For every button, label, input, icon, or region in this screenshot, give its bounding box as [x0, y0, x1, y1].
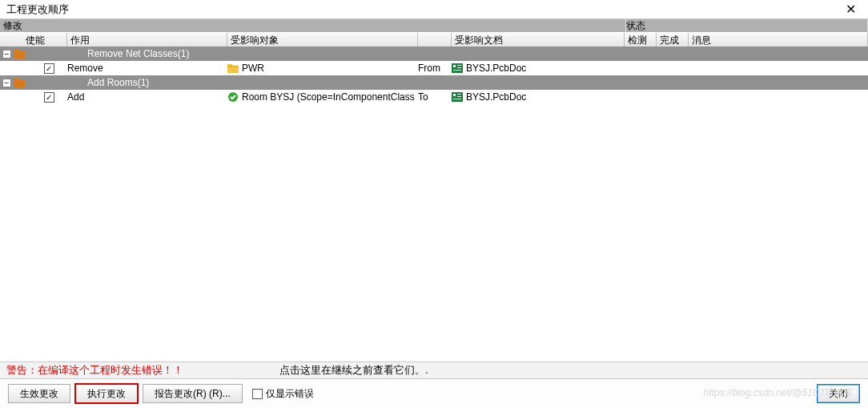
folder-icon	[14, 78, 25, 87]
col-affected-object[interactable]: 受影响对象	[227, 33, 418, 46]
columns-header: 使能 作用 受影响对象 受影响文档 检测 完成 消息	[0, 32, 868, 46]
affected-doc-cell: BYSJ.PcbDoc	[452, 91, 625, 103]
svg-rect-1	[14, 50, 18, 52]
svg-rect-15	[457, 94, 461, 95]
col-action[interactable]: 作用	[67, 33, 227, 46]
svg-rect-17	[453, 99, 461, 99]
close-icon[interactable]: ✕	[834, 1, 866, 18]
svg-rect-2	[227, 66, 239, 73]
action-cell: Remove	[67, 63, 227, 74]
report-button[interactable]: 报告更改(R) (R)...	[143, 384, 243, 403]
warning-bar[interactable]: 警告：在编译这个工程时发生错误！！ 点击这里在继续之前查看它们。.	[0, 362, 868, 379]
svg-rect-6	[453, 65, 456, 67]
only-errors-checkbox[interactable]: 仅显示错误	[252, 387, 314, 401]
enable-checkbox[interactable]: ✓	[44, 92, 54, 103]
col-msg[interactable]: 消息	[689, 33, 868, 46]
svg-rect-14	[453, 94, 456, 96]
col-enable[interactable]: 使能	[0, 33, 67, 46]
check-circle-icon	[227, 91, 239, 103]
svg-rect-10	[14, 80, 25, 87]
collapse-icon[interactable]: −	[2, 79, 11, 87]
col-done[interactable]: 完成	[657, 33, 689, 46]
affected-doc-cell: BYSJ.PcbDoc	[452, 63, 625, 74]
checkbox-icon[interactable]	[252, 389, 263, 399]
group-title: Remove Net Classes(1)	[87, 48, 189, 59]
pcb-doc-icon	[452, 63, 463, 73]
changes-tree[interactable]: − Remove Net Classes(1) ✓ Remove PWR Fro…	[0, 46, 868, 362]
section-header-left: 修改	[3, 19, 626, 32]
folder-icon	[227, 63, 239, 73]
svg-rect-0	[14, 51, 25, 59]
pcb-doc-icon	[452, 92, 463, 102]
section-header-row: 修改 状态	[0, 19, 868, 32]
action-cell: Add	[67, 91, 227, 103]
svg-rect-9	[453, 70, 461, 71]
collapse-icon[interactable]: −	[2, 50, 11, 59]
enable-checkbox[interactable]: ✓	[44, 63, 54, 74]
svg-rect-8	[457, 67, 461, 68]
relation-cell: From	[418, 63, 452, 74]
col-spacer	[418, 33, 452, 46]
relation-cell: To	[418, 91, 452, 103]
warning-hint[interactable]: 点击这里在继续之前查看它们。.	[279, 363, 428, 378]
affected-object-cell: PWR	[227, 63, 418, 74]
window-title: 工程更改顺序	[6, 2, 69, 17]
svg-rect-7	[457, 65, 461, 66]
group-row[interactable]: − Add Rooms(1)	[0, 75, 868, 90]
svg-rect-4	[227, 66, 239, 67]
group-title: Add Rooms(1)	[87, 77, 149, 88]
close-button[interactable]: 关闭	[817, 384, 860, 403]
validate-button[interactable]: 生效更改	[8, 384, 70, 403]
svg-rect-11	[14, 79, 18, 81]
execute-button[interactable]: 执行更改	[75, 384, 138, 403]
col-check[interactable]: 检测	[625, 33, 657, 46]
list-item[interactable]: ✓ Add Room BYSJ (Scope=InComponentClass …	[0, 90, 868, 104]
only-errors-label: 仅显示错误	[266, 387, 314, 401]
list-item[interactable]: ✓ Remove PWR From BYSJ.PcbDoc	[0, 61, 868, 75]
col-affected-doc[interactable]: 受影响文档	[452, 33, 625, 46]
svg-rect-16	[457, 96, 461, 97]
section-header-right: 状态	[626, 19, 868, 32]
group-row[interactable]: − Remove Net Classes(1)	[0, 46, 868, 61]
affected-object-cell: Room BYSJ (Scope=InComponentClass	[227, 91, 418, 103]
button-bar: 生效更改 执行更改 报告更改(R) (R)... 仅显示错误 关闭	[0, 379, 868, 408]
warning-text: 警告：在编译这个工程时发生错误！！	[6, 363, 183, 378]
folder-icon	[14, 49, 25, 59]
